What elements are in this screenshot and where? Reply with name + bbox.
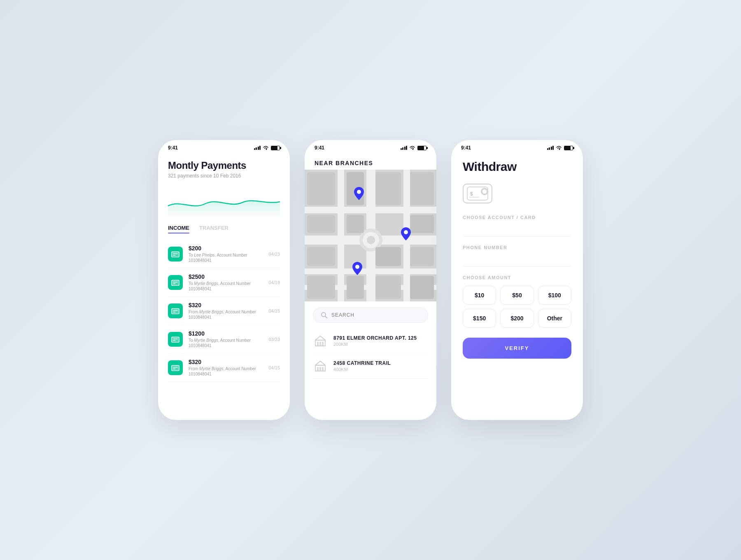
tx-amount-4: $1200: [189, 330, 263, 337]
wifi-icon-2: [409, 146, 415, 150]
svg-rect-58: [319, 367, 321, 371]
svg-rect-44: [410, 276, 434, 299]
svg-rect-53: [322, 342, 324, 346]
phone-input[interactable]: [463, 253, 571, 267]
bank-icon-2: [313, 359, 328, 373]
near-branches-title: NEAR BRANCHES: [315, 160, 426, 166]
svg-rect-38: [307, 247, 335, 266]
svg-rect-51: [317, 342, 319, 346]
search-bar[interactable]: [313, 307, 428, 323]
map-view: [305, 170, 436, 301]
svg-rect-52: [319, 342, 321, 346]
branch-info-2: 2458 CATHRINE TRAIL 400KM: [333, 360, 391, 372]
svg-rect-42: [347, 276, 364, 299]
tx-desc-3: From Myrtie Briggs, Account Number 10108…: [189, 309, 263, 320]
battery-icon-1: [271, 146, 280, 150]
battery-icon-3: [564, 146, 573, 150]
tx-desc-2: To Myrtie Briggs, Account Number 1010848…: [189, 281, 263, 292]
list-item: 8791 ELMER ORCHARD APT. 125 200KM: [313, 329, 428, 354]
branch-list: 8791 ELMER ORCHARD APT. 125 200KM: [305, 329, 436, 379]
svg-rect-4: [172, 280, 179, 286]
tx-icon-4: [168, 332, 183, 347]
phone-withdraw: 9:41 Withdraw: [451, 140, 583, 420]
phones-container: 9:41 Montly Payments 321 payments since …: [142, 107, 599, 453]
list-item: 2458 CATHRINE TRAIL 400KM: [313, 354, 428, 379]
tx-date-3: 04/15: [268, 308, 280, 313]
svg-rect-35: [347, 215, 364, 233]
wifi-icon-1: [263, 146, 269, 150]
table-row: $1200 To Myrtie Briggs, Account Number 1…: [168, 325, 280, 354]
tx-date-2: 04/19: [268, 280, 280, 285]
tx-date-5: 04/15: [268, 365, 280, 370]
tx-desc-1: To Lee Phelps, Account Number 1010848041: [189, 252, 263, 263]
near-branches-header: NEAR BRANCHES: [305, 153, 436, 170]
svg-point-30: [367, 236, 375, 244]
svg-point-45: [357, 190, 361, 194]
phone-monthly-payments: 9:41 Montly Payments 321 payments since …: [158, 140, 290, 420]
tx-desc-4: To Myrtie Briggs, Account Number 1010848…: [189, 338, 263, 348]
svg-rect-34: [307, 215, 335, 233]
svg-rect-8: [172, 309, 179, 314]
svg-rect-33: [375, 172, 401, 205]
bank-icon-1: [313, 334, 328, 348]
tx-info-5: $320 From Myrtie Briggs, Account Number …: [189, 359, 263, 377]
phone-near-branches: 9:41 NEAR BRANCHES: [305, 140, 436, 420]
tx-icon-1: [168, 247, 183, 261]
status-icons-2: [401, 146, 427, 150]
amount-btn-150[interactable]: $150: [463, 309, 496, 328]
tab-income[interactable]: INCOME: [168, 225, 189, 233]
transaction-list: $200 To Lee Phelps, Account Number 10108…: [168, 240, 280, 382]
svg-rect-40: [410, 247, 434, 266]
branch-info-1: 8791 ELMER ORCHARD APT. 125 200KM: [333, 335, 417, 347]
phone-label: PHONE NUMBER: [463, 245, 571, 250]
status-icons-1: [254, 146, 280, 150]
time-1: 9:41: [168, 145, 178, 151]
svg-rect-57: [317, 367, 319, 371]
table-row: $320 From Myrtie Briggs, Account Number …: [168, 297, 280, 325]
status-bar-2: 9:41: [305, 140, 436, 153]
search-input[interactable]: [331, 312, 420, 318]
tx-info-1: $200 To Lee Phelps, Account Number 10108…: [189, 245, 263, 263]
svg-rect-12: [172, 337, 179, 343]
branch-name-2: 2458 CATHRINE TRAIL: [333, 360, 391, 366]
svg-marker-54: [315, 336, 325, 340]
amount-btn-200[interactable]: $200: [500, 309, 534, 328]
amount-btn-100[interactable]: $100: [538, 286, 571, 305]
time-2: 9:41: [315, 145, 324, 151]
wave-chart: [168, 185, 280, 218]
svg-text:$: $: [470, 191, 473, 197]
amount-btn-10[interactable]: $10: [463, 286, 496, 305]
amount-btn-other[interactable]: Other: [538, 309, 571, 328]
svg-rect-36: [410, 172, 434, 205]
amount-label: CHOOSE AMOUNT: [463, 275, 571, 280]
table-row: $2500 To Myrtie Briggs, Account Number 1…: [168, 268, 280, 297]
svg-rect-61: [315, 371, 326, 371]
tx-icon-2: [168, 275, 183, 290]
tab-transfer[interactable]: TRANSFER: [199, 225, 228, 233]
table-row: $320 From Myrtie Briggs, Account Number …: [168, 354, 280, 382]
tx-info-2: $2500 To Myrtie Briggs, Account Number 1…: [189, 273, 263, 292]
table-row: $200 To Lee Phelps, Account Number 10108…: [168, 240, 280, 268]
svg-rect-31: [307, 172, 335, 205]
svg-point-65: [482, 189, 487, 194]
svg-line-49: [325, 316, 327, 318]
account-label: CHOOSE ACCOUNT / CARD: [463, 215, 571, 220]
account-input[interactable]: [463, 223, 571, 237]
svg-rect-0: [172, 252, 179, 257]
status-bar-1: 9:41: [158, 140, 290, 153]
svg-rect-25: [338, 170, 344, 301]
tx-icon-5: [168, 360, 183, 375]
branch-name-1: 8791 ELMER ORCHARD APT. 125: [333, 335, 417, 341]
signal-icon-1: [254, 146, 261, 150]
time-3: 9:41: [461, 145, 471, 151]
status-icons-3: [547, 146, 573, 150]
monthly-payments-title: Montly Payments: [168, 160, 280, 171]
battery-icon-2: [417, 146, 426, 150]
svg-point-47: [355, 265, 359, 269]
tx-amount-1: $200: [189, 245, 263, 252]
verify-button[interactable]: VERIFY: [463, 338, 571, 359]
monthly-payments-subtitle: 321 payments since 10 Feb 2016: [168, 173, 280, 179]
svg-rect-39: [375, 247, 401, 266]
amount-btn-50[interactable]: $50: [500, 286, 534, 305]
amount-grid: $10 $50 $100 $150 $200 Other: [463, 286, 571, 328]
